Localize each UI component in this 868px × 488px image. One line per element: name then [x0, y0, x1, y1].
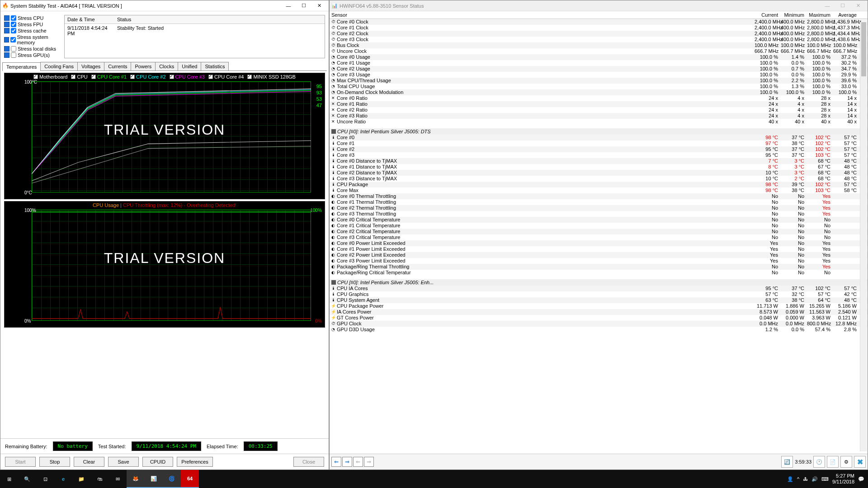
sensor-row[interactable]: ⚡IA Cores Power8.573 W0.059 W11.563 W2.5… [330, 309, 868, 315]
sensor-row[interactable]: ◐Core #3 Power Limit ExceededYesNoYes [330, 258, 868, 264]
legend-item[interactable]: Motherboard [33, 74, 67, 80]
sensor-row[interactable]: ◐Package/Ring Critical TemperatureNoNoNo [330, 270, 868, 276]
sensor-row[interactable]: ◔Core #3 Usage100.0 %0.0 %100.0 %29.9 % [330, 72, 868, 78]
tab-powers[interactable]: Powers [131, 62, 156, 70]
sensor-row[interactable]: 🌡Core #295 °C37 °C102 °C57 °C [330, 146, 868, 152]
sensor-row[interactable]: 🌡Core #3 Distance to TjMAX10 °C2 °C68 °C… [330, 176, 868, 182]
stress-option[interactable]: Stress local disks [4, 46, 61, 52]
sensor-row[interactable]: ◔Core #2 Usage100.0 %0.7 %100.0 %34.7 % [330, 66, 868, 72]
log-icon[interactable]: 📄 [827, 456, 839, 468]
legend-item[interactable]: MINIX SSD 128GB [247, 74, 296, 80]
maximize-button[interactable]: ☐ [296, 1, 311, 11]
stress-option[interactable]: Stress system memory [4, 34, 61, 46]
legend-item[interactable]: CPU [71, 74, 87, 80]
maximize-button[interactable]: ☐ [835, 1, 850, 11]
legend-item[interactable]: CPU Core #4 [208, 74, 244, 80]
firefox-icon[interactable]: 🦊 [127, 470, 145, 488]
input-icon[interactable]: ⌨ [821, 476, 829, 482]
sensor-list[interactable]: ⏱Core #0 Clock2,400.0 MHz400.0 MHz2,800.… [330, 19, 868, 454]
network-icon[interactable]: 🖧 [803, 476, 808, 482]
save-button[interactable]: Save [108, 457, 139, 467]
minimize-button[interactable]: — [281, 1, 296, 11]
sensor-row[interactable]: ⚡CPU Package Power11.713 W1.886 W15.265 … [330, 303, 868, 309]
sensor-row[interactable]: ◐Core #0 Power Limit ExceededYesNoYes [330, 240, 868, 246]
stress-option[interactable]: Stress GPU(s) [4, 52, 61, 58]
sensor-row[interactable]: ⏱Core #0 Clock2,400.0 MHz400.0 MHz2,800.… [330, 19, 868, 25]
tab-statistics[interactable]: Statistics [201, 62, 229, 70]
sensor-row[interactable]: ◔GPU D3D Usage1.2 %0.0 %57.4 %2.8 % [330, 327, 868, 333]
cpuid-button[interactable]: CPUID [142, 457, 173, 467]
tab-voltages[interactable]: Voltages [77, 62, 104, 70]
tab-unified[interactable]: Unified [178, 62, 201, 70]
sensor-row[interactable]: ◐Core #0 Thermal ThrottlingNoNoYes [330, 193, 868, 199]
sensor-row[interactable]: ◐Core #3 Critical TemperatureNoNoNo [330, 235, 868, 240]
sensor-row[interactable]: ◔Max CPU/Thread Usage100.0 %2.2 %100.0 %… [330, 78, 868, 84]
legend-item[interactable]: CPU Core #2 [130, 74, 165, 80]
stop-button[interactable]: Stop [39, 457, 70, 467]
stress-option[interactable]: Stress cache [4, 28, 61, 34]
notifications-icon[interactable]: 💬 [858, 476, 864, 482]
stress-option[interactable]: Stress FPU [4, 21, 61, 28]
sensor-row[interactable]: ◐Core #0 Critical TemperatureNoNoNo [330, 217, 868, 223]
tab-temperatures[interactable]: Temperatures [2, 62, 41, 71]
sensor-row[interactable]: ◐Core #1 Power Limit ExceededYesNoYes [330, 246, 868, 252]
sensor-row[interactable]: ◔On-Demand Clock Modulation100.0 %100.0 … [330, 89, 868, 95]
aida-taskbar-icon[interactable]: 64 [181, 470, 199, 488]
sensor-row[interactable]: ✕Core #3 Ratio24 x4 x28 x14 x [330, 113, 868, 119]
shared-mem-icon[interactable]: 🔄 [781, 456, 793, 468]
sensor-row[interactable]: 🌡CPU Package98 °C39 °C102 °C57 °C [330, 182, 868, 188]
taskbar[interactable]: ⊞ 🔍 ⊡ e 📁 🛍 ✉ 🦊 📊 🌀 64 👤 ^ 🖧 🔊 ⌨ 5:27 PM… [0, 470, 868, 488]
close-button[interactable]: ✕ [311, 1, 327, 11]
sensor-row[interactable]: 🌡Core #0 Distance to TjMAX7 °C3 °C68 °C4… [330, 158, 868, 164]
tray-chevron-icon[interactable]: ^ [797, 476, 799, 482]
hwinfo-taskbar-icon[interactable]: 📊 [145, 470, 163, 488]
sensor-row[interactable]: ◐Core #1 Critical TemperatureNoNoNo [330, 223, 868, 229]
sensor-row[interactable]: ◔Core #0 Usage100.0 %1.4 %100.0 %37.2 % [330, 54, 868, 60]
tab-cooling-fans[interactable]: Cooling Fans [40, 62, 78, 70]
sensor-row[interactable]: 🌡Core #098 °C37 °C102 °C57 °C [330, 135, 868, 141]
minimize-button[interactable]: — [820, 1, 835, 11]
people-icon[interactable]: 👤 [787, 476, 793, 482]
sensor-row[interactable]: ◔Core #1 Usage100.0 %0.0 %100.0 %30.2 % [330, 60, 868, 66]
store-icon[interactable]: 🛍 [90, 470, 108, 488]
sensor-row[interactable]: ⏱GPU Clock0.0 MHz0.0 MHz800.0 MHz12.8 MH… [330, 321, 868, 327]
sensor-row[interactable]: ◐Core #1 Thermal ThrottlingNoNoYes [330, 199, 868, 205]
sensor-row[interactable]: ⏱Uncore Clock666.7 MHz666.7 MHz666.7 MHz… [330, 48, 868, 54]
sensor-row[interactable]: ✕Core #0 Ratio24 x4 x28 x14 x [330, 95, 868, 101]
collapse-all-icon[interactable]: ⇒ [342, 457, 352, 467]
preferences-button[interactable]: Preferences [177, 457, 213, 467]
mail-icon[interactable]: ✉ [108, 470, 127, 488]
tab-currents[interactable]: Currents [104, 62, 131, 70]
prev-icon[interactable]: ⇐ [353, 457, 363, 467]
sensor-group[interactable]: CPU [#0]: Intel Pentium Silver J5005: En… [330, 279, 868, 286]
expand-all-icon[interactable]: ⇐ [331, 457, 341, 467]
sensor-row[interactable]: ◐Core #2 Critical TemperatureNoNoNo [330, 229, 868, 235]
app-icon[interactable]: 🌀 [163, 470, 181, 488]
clear-button[interactable]: Clear [74, 457, 104, 467]
settings-icon[interactable]: ⚙ [840, 456, 852, 468]
task-view-icon[interactable]: ⊡ [36, 470, 54, 488]
hwinfo-titlebar[interactable]: 📊 HWiNFO64 v5.88-3510 Sensor Status — ☐ … [330, 0, 868, 11]
sensor-row[interactable]: ⏱Bus Clock100.0 MHz100.0 MHz100.0 MHz100… [330, 42, 868, 48]
reset-icon[interactable]: ✖ [854, 456, 866, 468]
sensor-row[interactable]: ✕Core #2 Ratio24 x4 x28 x14 x [330, 107, 868, 113]
legend-item[interactable]: CPU Core #3 [170, 74, 205, 80]
sensor-row[interactable]: 🌡CPU Graphics57 °C32 °C57 °C42 °C [330, 291, 868, 297]
start-button[interactable]: Start [5, 457, 36, 467]
tab-clocks[interactable]: Clocks [155, 62, 178, 70]
sensor-row[interactable]: ⚡GT Cores Power0.048 W0.000 W3.963 W0.12… [330, 315, 868, 321]
sensor-row[interactable]: ⏱Core #2 Clock2,400.0 MHz400.0 MHz2,800.… [330, 31, 868, 37]
sensor-row[interactable]: ◐Core #2 Power Limit ExceededYesNoYes [330, 252, 868, 258]
sensor-row[interactable]: 🌡Core #1 Distance to TjMAX8 °C3 °C67 °C4… [330, 164, 868, 170]
close-button[interactable]: Close [293, 457, 324, 467]
sensor-group[interactable]: CPU [#0]: Intel Pentium Silver J5005: DT… [330, 128, 868, 135]
next-icon[interactable]: ⇒ [364, 457, 374, 467]
sensor-row[interactable]: ⏱Core #3 Clock2,400.0 MHz400.0 MHz2,800.… [330, 37, 868, 42]
close-button[interactable]: ✕ [850, 1, 866, 11]
sensor-row[interactable]: 🌡CPU IA Cores95 °C37 °C102 °C57 °C [330, 286, 868, 291]
search-icon[interactable]: 🔍 [18, 470, 36, 488]
sensor-row[interactable]: ✕Uncore Ratio40 x40 x40 x40 x [330, 119, 868, 125]
sensor-row[interactable]: 🌡Core Max98 °C38 °C103 °C58 °C [330, 188, 868, 193]
clock-icon[interactable]: 🕐 [813, 456, 825, 468]
sensor-row[interactable]: ◐Package/Ring Thermal ThrottlingNoNoYes [330, 264, 868, 270]
